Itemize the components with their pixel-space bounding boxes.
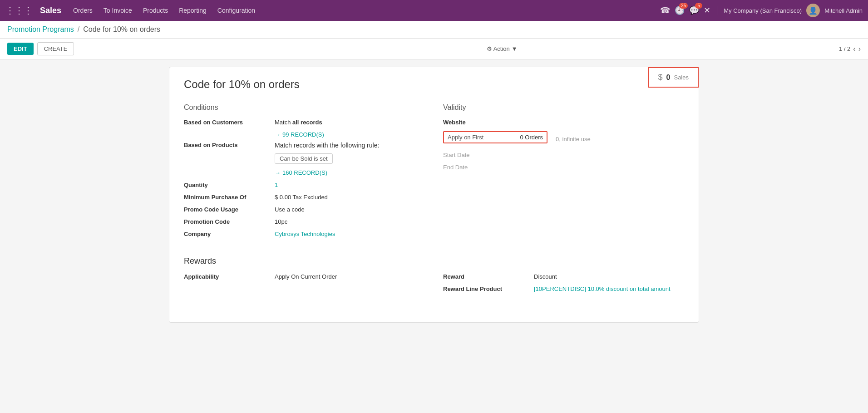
promo-code-usage-label: Promo Code Usage xyxy=(184,206,275,213)
record-card: $ 0 Sales Code for 10% on orders Conditi… xyxy=(169,67,699,323)
apps-icon[interactable]: ⋮⋮⋮ xyxy=(5,5,33,16)
rewards-title: Rewards xyxy=(184,256,684,266)
message-icon[interactable]: 💬 5 xyxy=(689,5,699,15)
breadcrumb-parent[interactable]: Promotion Programs xyxy=(7,25,74,34)
promo-code-usage-value: Use a code xyxy=(275,206,425,213)
rewards-section: Rewards Applicability Apply On Current O… xyxy=(184,256,684,298)
based-on-customers-value: Match all records xyxy=(275,119,425,126)
navbar-menu: Orders To Invoice Products Reporting Con… xyxy=(69,4,653,17)
record-body: Code for 10% on orders Conditions Based … xyxy=(169,67,699,322)
nav-to-invoice[interactable]: To Invoice xyxy=(99,4,137,17)
rewards-two-col: Applicability Apply On Current Order Rew… xyxy=(184,273,684,298)
apply-on-first-row: Apply on First 0 Orders xyxy=(443,131,547,143)
pagination-text: 1 / 2 xyxy=(839,45,850,52)
navbar: ⋮⋮⋮ Sales Orders To Invoice Products Rep… xyxy=(0,0,868,21)
conditions-title: Conditions xyxy=(184,103,425,112)
minimum-purchase-label: Minimum Purchase Of xyxy=(184,194,275,201)
action-label: ⚙ Action xyxy=(487,45,510,52)
quantity-value: 1 xyxy=(275,182,425,188)
quantity-row: Quantity 1 xyxy=(184,182,425,188)
quantity-label: Quantity xyxy=(184,182,275,188)
reward-label: Reward xyxy=(443,273,534,280)
nav-configuration[interactable]: Configuration xyxy=(213,4,260,17)
create-button[interactable]: CREATE xyxy=(37,42,74,55)
divider xyxy=(717,6,717,15)
nav-reporting[interactable]: Reporting xyxy=(174,4,211,17)
validity-title: Validity xyxy=(443,103,684,112)
promotion-code-value: 10pc xyxy=(275,218,425,225)
start-date-label: Start Date xyxy=(443,152,534,158)
products-records-link[interactable]: → 160 RECORD(S) xyxy=(275,169,425,176)
promotion-code-row: Promotion Code 10pc xyxy=(184,218,425,225)
customers-records-link[interactable]: → 99 RECORD(S) xyxy=(275,131,425,138)
minimum-purchase-row: Minimum Purchase Of $ 0.00 Tax Excluded xyxy=(184,194,425,201)
breadcrumb: Promotion Programs / Code for 10% on ord… xyxy=(0,21,868,39)
arrow-right-icon2: → xyxy=(275,169,281,176)
rewards-left: Applicability Apply On Current Order xyxy=(184,273,425,298)
company-value[interactable]: Cybrosys Technologies xyxy=(275,231,425,237)
customers-records-count: 99 RECORD(S) xyxy=(282,131,324,138)
pagination: 1 / 2 ‹ › xyxy=(839,45,861,53)
breadcrumb-current: Code for 10% on orders xyxy=(83,25,160,34)
applicability-label: Applicability xyxy=(184,273,275,280)
website-label: Website xyxy=(443,119,534,126)
reward-line-product-value[interactable]: [10PERCENTDISC] 10.0% discount on total … xyxy=(534,285,684,292)
action-dropdown[interactable]: ⚙ Action ▼ xyxy=(487,45,518,52)
chevron-down-icon: ▼ xyxy=(512,45,518,52)
website-row: Website xyxy=(443,119,684,126)
sales-count: 0 xyxy=(666,74,671,82)
validity-section: Validity Website Apply on First 0 Orders xyxy=(443,103,684,243)
based-on-customers-row: Based on Customers Match all records xyxy=(184,119,425,126)
promo-code-usage-row: Promo Code Usage Use a code xyxy=(184,206,425,213)
nav-orders[interactable]: Orders xyxy=(69,4,97,17)
start-date-row: Start Date xyxy=(443,152,684,158)
two-col-layout: Conditions Based on Customers Match all … xyxy=(184,103,684,243)
end-date-row: End Date xyxy=(443,164,684,171)
user-name: Mitchell Admin xyxy=(824,7,863,14)
promotion-code-label: Promotion Code xyxy=(184,218,275,225)
company-name: My Company (San Francisco) xyxy=(724,7,802,14)
action-bar: EDIT CREATE ⚙ Action ▼ 1 / 2 ‹ › xyxy=(0,39,868,59)
reward-value: Discount xyxy=(534,273,684,280)
navbar-right: ☎ 🕘 25 💬 5 ✕ My Company (San Francisco) … xyxy=(660,4,863,17)
arrow-right-icon: → xyxy=(275,131,281,138)
based-on-products-row: Based on Products Match records with the… xyxy=(184,142,425,164)
breadcrumb-separator: / xyxy=(78,25,79,34)
message-badge: 5 xyxy=(695,3,702,9)
rewards-right: Reward Discount Reward Line Product [10P… xyxy=(443,273,684,298)
phone-icon[interactable]: ☎ xyxy=(660,5,670,15)
prev-page-button[interactable]: ‹ xyxy=(853,45,855,53)
company-label: Company xyxy=(184,231,275,237)
minimum-purchase-value: $ 0.00 Tax Excluded xyxy=(275,194,425,201)
reward-line-product-label: Reward Line Product xyxy=(443,285,534,292)
navbar-brand: Sales xyxy=(40,6,61,15)
based-on-products-label: Based on Products xyxy=(184,142,275,148)
dollar-icon: $ xyxy=(658,73,663,82)
products-match-text: Match records with the following rule: xyxy=(275,142,425,149)
orders-label: 0 Orders xyxy=(520,134,543,141)
reward-row: Reward Discount xyxy=(443,273,684,280)
close-icon[interactable]: ✕ xyxy=(704,5,710,15)
record-title: Code for 10% on orders xyxy=(184,78,684,91)
applicability-value: Apply On Current Order xyxy=(275,273,425,280)
nav-products[interactable]: Products xyxy=(138,4,173,17)
conditions-section: Conditions Based on Customers Match all … xyxy=(184,103,425,243)
apply-on-first-input[interactable] xyxy=(483,134,520,141)
products-tag: Can be Sold is set xyxy=(275,153,333,164)
company-row: Company Cybrosys Technologies xyxy=(184,231,425,237)
notification-badge: 25 xyxy=(679,3,688,9)
sales-stat-button[interactable]: $ 0 Sales xyxy=(648,67,699,88)
reward-line-product-row: Reward Line Product [10PERCENTDISC] 10.0… xyxy=(443,285,684,292)
products-records-count: 160 RECORD(S) xyxy=(282,169,327,176)
apply-on-first-label: Apply on First xyxy=(448,134,483,141)
infinite-use-text: 0, infinite use xyxy=(556,136,591,143)
next-page-button[interactable]: › xyxy=(858,45,861,53)
edit-button[interactable]: EDIT xyxy=(7,43,34,55)
applicability-row: Applicability Apply On Current Order xyxy=(184,273,425,280)
based-on-customers-label: Based on Customers xyxy=(184,119,275,126)
clock-icon[interactable]: 🕘 25 xyxy=(675,5,685,15)
user-avatar[interactable]: 👤 xyxy=(806,4,820,17)
based-on-products-value: Match records with the following rule: C… xyxy=(275,142,425,164)
main-content: $ 0 Sales Code for 10% on orders Conditi… xyxy=(162,59,706,330)
end-date-label: End Date xyxy=(443,164,534,171)
